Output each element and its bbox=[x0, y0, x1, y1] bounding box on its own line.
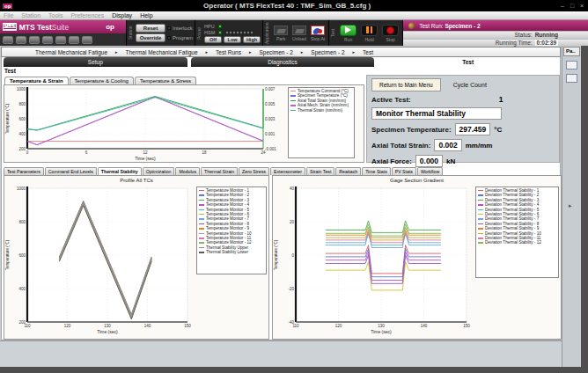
page-tab-test[interactable]: Test bbox=[376, 57, 560, 67]
reset-button[interactable]: Reset bbox=[136, 24, 165, 33]
page-tabs: SetupDiagnosticsTest bbox=[1, 57, 561, 67]
menu-item-display[interactable]: Display bbox=[112, 12, 132, 18]
stop-button[interactable]: Stop bbox=[382, 25, 399, 42]
park-button[interactable]: Park bbox=[274, 26, 288, 41]
readout-row-axial-total-strain: Axial Total Strain:0.002mm/mm bbox=[371, 139, 555, 151]
legend-color-dash bbox=[478, 209, 483, 211]
profile-legend: Temperature Monitor - 1Temperature Monit… bbox=[196, 186, 267, 274]
breadcrumb-item-specimen-2[interactable]: Specimen - 2 bbox=[311, 49, 344, 55]
open-icon[interactable] bbox=[69, 36, 79, 44]
svg-text:800: 800 bbox=[18, 102, 26, 106]
menu-item-help[interactable]: Help bbox=[140, 12, 152, 18]
new-icon[interactable] bbox=[16, 36, 26, 44]
svg-text:12: 12 bbox=[143, 150, 148, 155]
breadcrumb-item-thermal-mechanical-fatigue[interactable]: Thermal Mechanical Fatigue bbox=[35, 49, 107, 55]
play-icon bbox=[345, 26, 351, 33]
legend-color-dash bbox=[478, 194, 483, 196]
svg-text:800: 800 bbox=[18, 220, 26, 224]
interlock-label: Interlock bbox=[173, 26, 193, 31]
tab-extensometer[interactable]: Extensometer bbox=[270, 167, 305, 175]
readout-row-specimen-temperature: Specimen Temperature:297.459°C bbox=[371, 123, 555, 135]
page-tab-diagnostics[interactable]: Diagnostics bbox=[191, 57, 375, 67]
breadcrumb-separator-icon: ▸ bbox=[301, 49, 304, 55]
run-button[interactable]: Run bbox=[340, 25, 356, 42]
legend-color-dash bbox=[290, 91, 296, 92]
program-label: Program bbox=[173, 35, 193, 40]
return-to-main-menu-button[interactable]: Return to Main Menu bbox=[371, 78, 441, 91]
unload-button[interactable]: Unload bbox=[292, 26, 306, 41]
svg-text:-0.001: -0.001 bbox=[265, 147, 276, 151]
override-button[interactable]: Override bbox=[136, 33, 165, 42]
svg-text:130: 130 bbox=[104, 324, 111, 328]
test-section-label: Test bbox=[329, 20, 336, 46]
svg-text:Temperature (°C): Temperature (°C) bbox=[5, 239, 10, 270]
panel-tab-parameters[interactable]: Pa.. bbox=[563, 47, 580, 56]
tab-workflow[interactable]: Workflow bbox=[417, 167, 443, 175]
hsm-led-icon bbox=[218, 31, 222, 34]
legend-color-dash bbox=[478, 238, 483, 239]
svg-text:0.003: 0.003 bbox=[265, 117, 276, 121]
tab-time-stats[interactable]: Time Stats bbox=[362, 167, 391, 175]
import-icon[interactable] bbox=[42, 36, 53, 44]
legend-color-dash bbox=[478, 200, 483, 201]
tab-optimization[interactable]: Optimization bbox=[143, 167, 175, 175]
tab-thermal-strain[interactable]: Thermal Strain bbox=[201, 167, 238, 175]
tab-pv-stats[interactable]: PV Stats bbox=[392, 167, 416, 175]
legend-entry: Thermal Strain (mm/mm) bbox=[290, 108, 352, 113]
legend-color-dash bbox=[199, 218, 204, 220]
tab-reattach[interactable]: Reattach bbox=[335, 167, 361, 175]
stop-at-button[interactable]: Stop At bbox=[311, 26, 325, 41]
tab-test-parameters[interactable]: Test Parameters bbox=[4, 167, 44, 175]
brand-top: MTS MTS Test Suite op bbox=[0, 20, 126, 33]
hold-button[interactable]: Hold bbox=[361, 25, 378, 42]
close-button[interactable]: × bbox=[578, 3, 585, 9]
expand-arrow-icon[interactable]: ▸ bbox=[569, 202, 572, 209]
gage-section-gradient-chart: Gage Section Gradient 110120130140150-40… bbox=[272, 175, 562, 340]
tab-zero-stress[interactable]: Zero Stress bbox=[239, 167, 269, 175]
sub-tab-temperature-strain[interactable]: Temperature & Strain bbox=[4, 77, 69, 84]
svg-text:1000: 1000 bbox=[17, 87, 26, 91]
power-off-button[interactable]: Off bbox=[204, 36, 222, 43]
svg-text:Time (sec): Time (sec) bbox=[97, 329, 118, 334]
breadcrumb-item-test[interactable]: Test bbox=[363, 49, 373, 55]
tab-command-end-levels[interactable]: Command End Levels bbox=[45, 167, 97, 175]
folder-add-icon[interactable] bbox=[29, 36, 40, 44]
sub-tabs: Temperature & StrainTemperature & Coolin… bbox=[2, 75, 366, 84]
svg-text:1000: 1000 bbox=[17, 186, 26, 191]
temperature-strain-chart: 0612182420040060080010000.0070.0050.0030… bbox=[4, 84, 364, 163]
active-test-value: Monitor Thermal Stability bbox=[371, 107, 502, 120]
breadcrumb-item-thermal-mechanical-fatigue[interactable]: Thermal Mechanical Fatigue bbox=[126, 49, 198, 55]
power-high-button[interactable]: High bbox=[243, 36, 261, 43]
save-icon[interactable] bbox=[82, 36, 92, 44]
chart-legend: Temperature Command (°C)Specimen Tempera… bbox=[288, 87, 355, 158]
legend-color-dash bbox=[478, 223, 483, 225]
export-icon[interactable] bbox=[55, 36, 66, 44]
sub-tab-temperature-cooling[interactable]: Temperature & Cooling bbox=[70, 77, 134, 84]
legend-color-dash bbox=[478, 242, 483, 244]
breadcrumb-separator-icon: ▸ bbox=[353, 49, 356, 55]
maximize-button[interactable]: □ bbox=[569, 3, 576, 9]
park-icon bbox=[274, 26, 288, 35]
readout-label: Axial Total Strain: bbox=[371, 142, 430, 150]
hsm-dot-icon bbox=[226, 32, 228, 33]
tab-modulus[interactable]: Modulus bbox=[175, 167, 200, 175]
page-tab-setup[interactable]: Setup bbox=[4, 57, 187, 67]
sub-tab-temperature-stress[interactable]: Temperature & Stress bbox=[135, 77, 196, 84]
svg-text:6: 6 bbox=[85, 150, 88, 155]
title-bar: op Operator ( MTS FlexTest 40 : TMF_Sim_… bbox=[0, 0, 588, 11]
minimize-button[interactable]: – bbox=[559, 3, 566, 9]
tab-thermal-stability[interactable]: Thermal Stability bbox=[98, 167, 142, 175]
svg-text:-20: -20 bbox=[288, 287, 294, 291]
running-time-value: 0:02:39 bbox=[535, 40, 558, 46]
panel-mini-button-2[interactable] bbox=[566, 74, 577, 83]
power-low-button[interactable]: Low bbox=[224, 36, 241, 43]
breadcrumb-item-specimen-2[interactable]: Specimen - 2 bbox=[259, 49, 292, 55]
application-section: Application Park Unload Stop At bbox=[262, 20, 328, 46]
panel-mini-button-1[interactable] bbox=[566, 61, 577, 69]
svg-text:400: 400 bbox=[18, 132, 26, 136]
tab-strain-test[interactable]: Strain Test bbox=[306, 167, 334, 175]
copy-icon[interactable] bbox=[3, 36, 13, 44]
legend-color-dash bbox=[478, 233, 483, 235]
svg-text:150: 150 bbox=[463, 324, 470, 328]
breadcrumb-item-test-runs[interactable]: Test Runs bbox=[216, 49, 241, 55]
